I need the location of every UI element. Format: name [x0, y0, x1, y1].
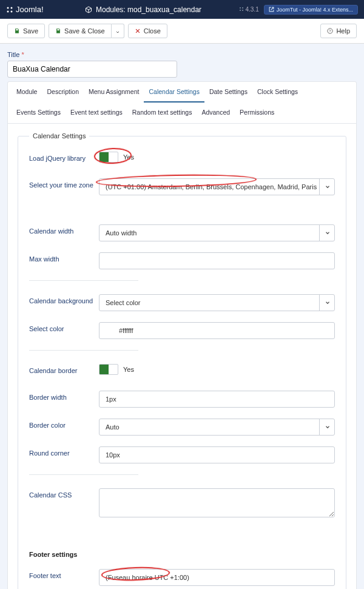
title-label: Title * — [7, 51, 357, 58]
row-calendar-border: Calendar border Yes — [29, 364, 335, 380]
required-indicator: * — [21, 51, 24, 58]
row-select-color: Select color — [29, 322, 335, 339]
select-calendar-background[interactable]: Select color — [99, 294, 335, 311]
save-icon — [55, 28, 61, 34]
tabs: ModuleDescriptionMenu AssignmentCalendar… — [8, 82, 356, 124]
tab-description[interactable]: Description — [42, 82, 84, 103]
svg-point-10 — [328, 29, 332, 33]
tab-advanced[interactable]: Advanced — [197, 103, 235, 123]
toggle-value-jquery: Yes — [123, 153, 134, 161]
select-calendar-background-value: Select color — [106, 299, 140, 306]
tab-clock-settings[interactable]: Clock Settings — [252, 82, 303, 103]
tab-calendar-settings[interactable]: Calendar Settings — [144, 82, 204, 103]
toggle-calendar-border[interactable] — [99, 364, 118, 375]
save-label: Save — [23, 27, 38, 35]
svg-rect-9 — [57, 29, 59, 30]
save-close-button[interactable]: Save & Close — [49, 24, 112, 38]
help-button[interactable]: Help — [320, 24, 357, 38]
row-max-width: Max width — [29, 252, 335, 269]
svg-point-0 — [7, 7, 9, 8]
label-calendar-css: Calendar CSS — [29, 488, 99, 499]
label-timezone: Select your time zone — [29, 178, 99, 189]
module-icon — [85, 6, 92, 13]
brand[interactable]: Joomla! — [6, 5, 85, 14]
row-footer-text: Footer text — [29, 569, 335, 586]
select-calendar-width-value: Auto width — [106, 229, 136, 237]
tab-event-text-settings[interactable]: Event text settings — [66, 103, 127, 123]
row-calendar-background: Calendar background Select color — [29, 294, 335, 311]
footer-settings-heading: Footer settings — [29, 551, 335, 558]
input-round-corner[interactable] — [99, 446, 335, 463]
label-select-color: Select color — [29, 322, 99, 332]
tab-random-text-settings[interactable]: Random text settings — [127, 103, 197, 123]
svg-point-1 — [11, 7, 13, 8]
tab-events-settings[interactable]: Events Settings — [12, 103, 66, 123]
select-timezone-value: (UTC +01:00) Amsterdam, Berlin, Brussels… — [106, 183, 317, 190]
chevron-down-icon — [319, 224, 335, 241]
divider — [29, 474, 138, 475]
tab-panel-calendar-settings: Calendar Settings Load jQuery library Ye… — [8, 124, 356, 589]
topbar-right: 4.3.1 JoomTut - Joomla! 4.x Extens... — [239, 5, 358, 15]
toolbar: Save Save & Close Close Help — [0, 19, 364, 44]
row-border-width: Border width — [29, 391, 335, 408]
row-calendar-width: Calendar width Auto width — [29, 224, 335, 241]
row-timezone: Select your time zone (UTC +01:00) Amste… — [29, 178, 335, 195]
tab-menu-assignment[interactable]: Menu Assignment — [84, 82, 144, 103]
row-calendar-css: Calendar CSS — [29, 488, 335, 519]
save-button[interactable]: Save — [7, 24, 45, 38]
tab-module[interactable]: Module — [12, 82, 42, 103]
svg-rect-8 — [16, 29, 18, 30]
svg-point-4 — [240, 7, 241, 8]
settings-card: ModuleDescriptionMenu AssignmentCalendar… — [7, 81, 357, 589]
version-text: 4.3.1 — [246, 6, 259, 13]
toggle-value-border: Yes — [123, 366, 134, 373]
save-icon — [14, 28, 20, 34]
svg-point-6 — [240, 10, 241, 11]
close-icon — [135, 28, 141, 34]
calendar-settings-fieldset: Calendar Settings Load jQuery library Ye… — [18, 132, 346, 589]
label-footer-text: Footer text — [29, 569, 99, 579]
close-label: Close — [144, 27, 161, 35]
help-icon — [327, 28, 333, 34]
divider — [29, 280, 138, 281]
input-calendar-css[interactable] — [99, 488, 335, 517]
row-border-color: Border color Auto — [29, 419, 335, 436]
label-calendar-border: Calendar border — [29, 364, 99, 374]
label-round-corner: Round corner — [29, 446, 99, 457]
joomla-icon — [6, 6, 13, 13]
joomla-mini-icon — [239, 6, 244, 11]
version-badge: 4.3.1 — [239, 6, 259, 13]
label-load-jquery: Load jQuery library — [29, 152, 99, 162]
select-border-color[interactable]: Auto — [99, 419, 335, 436]
save-close-label: Save & Close — [64, 27, 105, 35]
input-border-width[interactable] — [99, 391, 335, 408]
label-border-width: Border width — [29, 391, 99, 401]
chevron-down-icon — [319, 178, 335, 195]
input-footer-text[interactable] — [99, 569, 335, 586]
close-button[interactable]: Close — [128, 24, 167, 38]
row-round-corner: Round corner — [29, 446, 335, 463]
module-title-text: Modules: mod_buaxua_calendar — [96, 5, 201, 14]
input-max-width[interactable] — [99, 252, 335, 269]
extension-link[interactable]: JoomTut - Joomla! 4.x Extens... — [264, 5, 358, 15]
select-calendar-width[interactable]: Auto width — [99, 224, 335, 241]
extension-text: JoomTut - Joomla! 4.x Extens... — [277, 7, 353, 13]
toggle-load-jquery[interactable] — [99, 152, 118, 163]
input-select-color[interactable] — [99, 322, 335, 339]
select-timezone[interactable]: (UTC +01:00) Amsterdam, Berlin, Brussels… — [99, 178, 335, 195]
external-link-icon — [269, 7, 274, 12]
save-close-dropdown[interactable] — [112, 24, 124, 38]
title-input[interactable] — [7, 61, 177, 78]
row-load-jquery: Load jQuery library Yes — [29, 152, 335, 167]
svg-point-2 — [7, 10, 9, 12]
save-close-group: Save & Close — [49, 24, 124, 38]
select-border-color-value: Auto — [106, 423, 120, 431]
tab-date-settings[interactable]: Date Settings — [204, 82, 252, 103]
divider — [29, 350, 138, 351]
brand-text: Joomla! — [16, 5, 44, 14]
help-label: Help — [336, 27, 350, 35]
fieldset-legend: Calendar Settings — [29, 132, 89, 140]
label-calendar-width: Calendar width — [29, 224, 99, 235]
tab-permissions[interactable]: Permissions — [235, 103, 279, 123]
title-field-row: Title * — [7, 51, 357, 78]
